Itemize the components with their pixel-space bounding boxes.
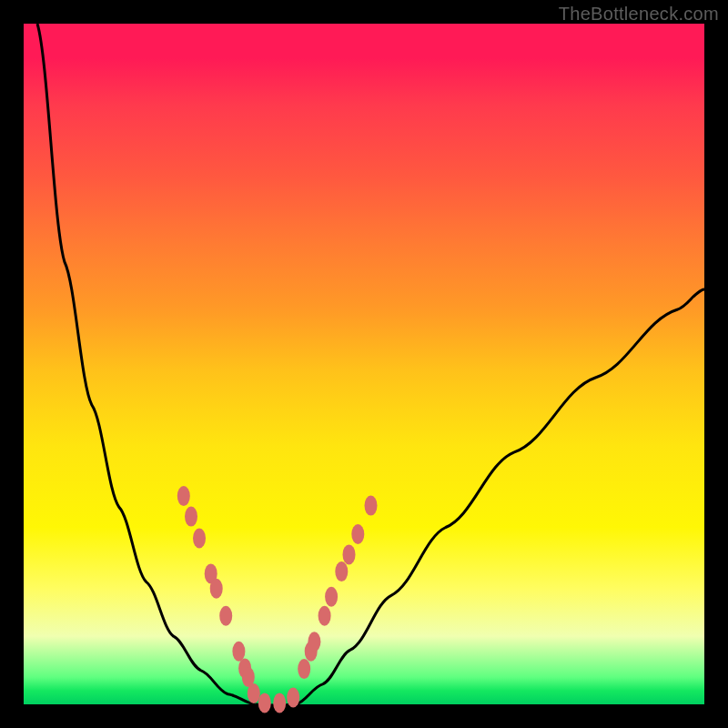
data-marker (318, 606, 331, 626)
curve-left (37, 24, 255, 704)
data-marker (248, 683, 260, 703)
data-marker (232, 642, 245, 662)
data-marker (185, 507, 197, 527)
data-marker (219, 606, 232, 626)
data-marker (325, 587, 338, 607)
data-markers (177, 486, 378, 713)
data-marker (308, 632, 320, 652)
data-marker (365, 496, 378, 516)
curve-right (296, 289, 704, 704)
data-marker (298, 659, 310, 679)
plot-area (24, 24, 704, 704)
data-marker (343, 544, 356, 564)
data-marker (177, 486, 190, 506)
data-marker (210, 579, 223, 599)
data-marker (335, 561, 348, 581)
chart-frame: TheBottleneck.com (0, 0, 728, 728)
data-marker (193, 529, 206, 549)
data-marker (258, 693, 271, 713)
curve-layer (24, 24, 704, 704)
data-marker (351, 524, 364, 544)
data-marker (273, 693, 286, 713)
watermark-text: TheBottleneck.com (559, 4, 719, 25)
data-marker (287, 688, 299, 708)
